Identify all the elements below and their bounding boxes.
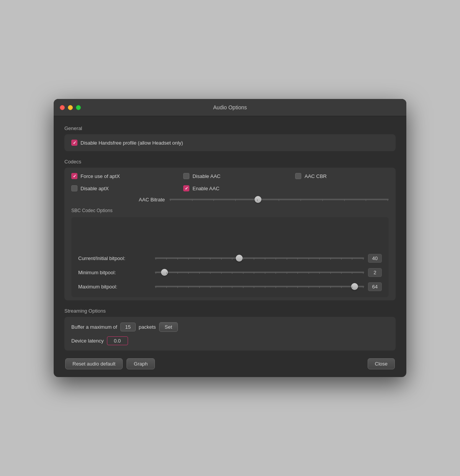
current-bitpool-ticks — [155, 258, 364, 260]
window-title: Audio Options — [213, 104, 247, 110]
buffer-prefix: Buffer a maximum of — [71, 324, 117, 330]
tick — [297, 258, 298, 260]
tick — [166, 287, 167, 288]
tick — [319, 287, 320, 288]
content-area: General Disable Handsfree profile (allow… — [54, 116, 406, 377]
tick — [309, 258, 309, 260]
maximum-bitpool-label: Maximum bitpool: — [78, 284, 151, 290]
tick — [192, 199, 192, 201]
aac-cbr-label: AAC CBR — [304, 173, 327, 179]
minimum-bitpool-row: Minimum bitpool: — [78, 268, 382, 277]
codecs-label: Codecs — [64, 159, 396, 165]
tick — [232, 287, 232, 288]
tick — [243, 272, 243, 274]
disable-handsfree-row: Disable Handsfree profile (allow Headset… — [71, 140, 389, 146]
tick — [265, 287, 265, 288]
sbc-options-label: SBC Codec Options — [71, 208, 389, 213]
force-aptx-checkbox[interactable] — [71, 173, 77, 179]
current-bitpool-label: Current/Initial bitpool: — [78, 255, 151, 261]
tick — [276, 272, 276, 274]
traffic-lights — [60, 105, 81, 110]
tick — [166, 258, 167, 260]
tick — [235, 199, 236, 201]
tick — [166, 272, 167, 274]
aac-cbr-checkbox[interactable] — [295, 173, 301, 179]
tick — [297, 287, 298, 288]
enable-aac-label: Enable AAC — [192, 186, 219, 191]
tick — [322, 199, 323, 201]
tick — [352, 287, 352, 288]
tick — [156, 287, 156, 288]
buffer-value-input[interactable] — [120, 323, 136, 331]
disable-aptx-row: Disable aptX — [71, 185, 183, 191]
aac-bitrate-label: AAC Bitrate — [73, 197, 165, 203]
tick — [319, 258, 320, 260]
tick — [344, 199, 345, 201]
tick — [214, 199, 214, 201]
tick — [330, 287, 331, 288]
force-aptx-label: Force use of aptX — [80, 173, 120, 179]
tick — [366, 199, 366, 201]
general-label: General — [64, 125, 396, 131]
tick — [265, 258, 265, 260]
set-button[interactable]: Set — [159, 322, 178, 332]
tick — [363, 272, 363, 274]
tick — [156, 258, 156, 260]
streaming-label: Streaming Options — [64, 308, 396, 314]
tick — [341, 258, 342, 260]
codecs-section-box: Force use of aptX Disable aptX Disable A… — [64, 168, 396, 300]
current-bitpool-row: Current/Initial bitpool: — [78, 254, 382, 263]
graph-button[interactable]: Graph — [127, 358, 155, 369]
tick — [301, 199, 301, 201]
tick — [287, 287, 287, 288]
enable-aac-checkbox[interactable] — [183, 185, 189, 191]
tick — [341, 287, 342, 288]
tick — [363, 258, 363, 260]
close-button[interactable]: Close — [368, 358, 395, 369]
disable-aac-label: Disable AAC — [192, 173, 220, 179]
tick — [341, 272, 342, 274]
aac-bitrate-ticks — [169, 199, 389, 201]
device-latency-row: Device latency — [71, 336, 389, 345]
maximum-bitpool-value: 64 — [368, 282, 382, 291]
sbc-box: Current/Initial bitpool: — [71, 217, 389, 297]
tick — [279, 199, 279, 201]
audio-options-window: Audio Options General Disable Handsfree … — [54, 99, 406, 377]
minimum-bitpool-ticks — [155, 272, 364, 274]
tick — [287, 272, 287, 274]
tick — [363, 287, 363, 288]
minimize-traffic-light[interactable] — [68, 105, 73, 110]
tick — [243, 287, 243, 288]
aac-cbr-row: AAC CBR — [295, 173, 389, 179]
tick — [352, 258, 352, 260]
disable-aac-checkbox[interactable] — [183, 173, 189, 179]
close-traffic-light[interactable] — [60, 105, 65, 110]
tick — [257, 199, 258, 201]
streaming-section-box: Buffer a maximum of packets Set Device l… — [64, 317, 396, 351]
disable-aptx-checkbox[interactable] — [71, 185, 77, 191]
bottom-buttons: Reset audio default Graph Close — [64, 358, 396, 369]
sbc-inner-space — [78, 223, 382, 254]
tick — [309, 272, 309, 274]
buffer-row: Buffer a maximum of packets Set — [71, 322, 389, 332]
minimum-bitpool-label: Minimum bitpool: — [78, 270, 151, 275]
disable-handsfree-checkbox[interactable] — [71, 140, 77, 146]
tick — [276, 258, 276, 260]
enable-aac-row: Enable AAC — [183, 185, 295, 191]
current-bitpool-value: 40 — [368, 254, 382, 263]
tick — [232, 272, 232, 274]
bottom-left-buttons: Reset audio default Graph — [65, 358, 155, 369]
tick — [254, 272, 254, 274]
maximize-traffic-light[interactable] — [76, 105, 81, 110]
tick — [309, 287, 309, 288]
tick — [287, 258, 287, 260]
tick — [156, 272, 156, 274]
current-bitpool-slider-wrapper — [155, 257, 364, 260]
tick — [177, 287, 178, 288]
force-aptx-row: Force use of aptX — [71, 173, 183, 179]
tick — [352, 272, 352, 274]
reset-audio-button[interactable]: Reset audio default — [65, 358, 123, 369]
tick — [210, 287, 210, 288]
device-latency-input[interactable] — [107, 336, 128, 345]
tick — [210, 258, 210, 260]
